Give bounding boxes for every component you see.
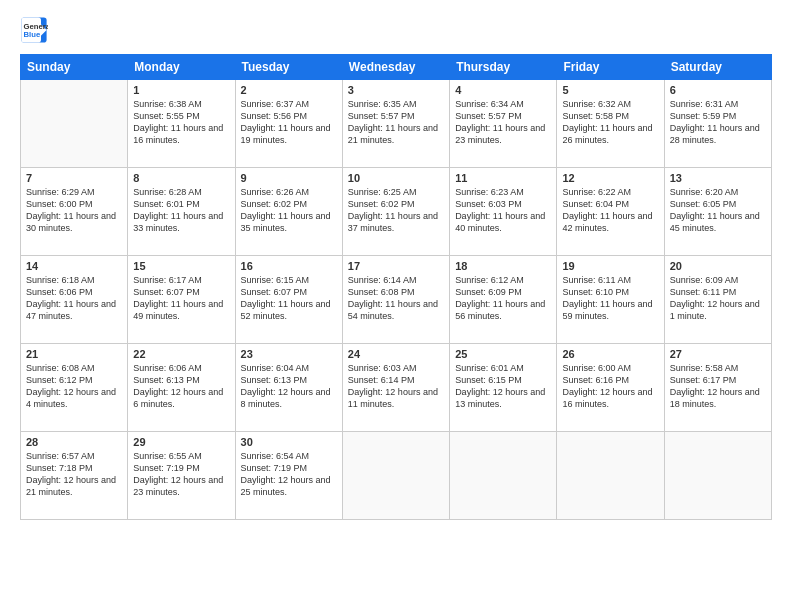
day-info: Sunrise: 6:12 AMSunset: 6:09 PMDaylight:…	[455, 274, 551, 323]
week-row-0: 1Sunrise: 6:38 AMSunset: 5:55 PMDaylight…	[21, 80, 772, 168]
day-info: Sunrise: 6:14 AMSunset: 6:08 PMDaylight:…	[348, 274, 444, 323]
day-info: Sunrise: 6:03 AMSunset: 6:14 PMDaylight:…	[348, 362, 444, 411]
calendar-cell: 1Sunrise: 6:38 AMSunset: 5:55 PMDaylight…	[128, 80, 235, 168]
calendar-cell: 17Sunrise: 6:14 AMSunset: 6:08 PMDayligh…	[342, 256, 449, 344]
calendar-cell: 30Sunrise: 6:54 AMSunset: 7:19 PMDayligh…	[235, 432, 342, 520]
calendar-cell: 11Sunrise: 6:23 AMSunset: 6:03 PMDayligh…	[450, 168, 557, 256]
day-info: Sunrise: 6:26 AMSunset: 6:02 PMDaylight:…	[241, 186, 337, 235]
day-info: Sunrise: 6:28 AMSunset: 6:01 PMDaylight:…	[133, 186, 229, 235]
calendar-cell: 7Sunrise: 6:29 AMSunset: 6:00 PMDaylight…	[21, 168, 128, 256]
day-number: 23	[241, 348, 337, 360]
day-info: Sunrise: 6:20 AMSunset: 6:05 PMDaylight:…	[670, 186, 766, 235]
day-number: 25	[455, 348, 551, 360]
day-number: 28	[26, 436, 122, 448]
day-info: Sunrise: 6:06 AMSunset: 6:13 PMDaylight:…	[133, 362, 229, 411]
calendar-cell: 2Sunrise: 6:37 AMSunset: 5:56 PMDaylight…	[235, 80, 342, 168]
weekday-header-thursday: Thursday	[450, 55, 557, 80]
calendar-cell: 28Sunrise: 6:57 AMSunset: 7:18 PMDayligh…	[21, 432, 128, 520]
calendar-cell	[664, 432, 771, 520]
day-number: 13	[670, 172, 766, 184]
calendar-cell: 20Sunrise: 6:09 AMSunset: 6:11 PMDayligh…	[664, 256, 771, 344]
weekday-header-monday: Monday	[128, 55, 235, 80]
day-info: Sunrise: 6:22 AMSunset: 6:04 PMDaylight:…	[562, 186, 658, 235]
calendar-cell: 24Sunrise: 6:03 AMSunset: 6:14 PMDayligh…	[342, 344, 449, 432]
day-number: 24	[348, 348, 444, 360]
day-number: 17	[348, 260, 444, 272]
day-info: Sunrise: 6:23 AMSunset: 6:03 PMDaylight:…	[455, 186, 551, 235]
calendar-cell: 19Sunrise: 6:11 AMSunset: 6:10 PMDayligh…	[557, 256, 664, 344]
day-number: 4	[455, 84, 551, 96]
day-number: 29	[133, 436, 229, 448]
day-info: Sunrise: 6:08 AMSunset: 6:12 PMDaylight:…	[26, 362, 122, 411]
calendar-cell: 8Sunrise: 6:28 AMSunset: 6:01 PMDaylight…	[128, 168, 235, 256]
day-info: Sunrise: 6:11 AMSunset: 6:10 PMDaylight:…	[562, 274, 658, 323]
calendar-cell: 29Sunrise: 6:55 AMSunset: 7:19 PMDayligh…	[128, 432, 235, 520]
day-info: Sunrise: 6:04 AMSunset: 6:13 PMDaylight:…	[241, 362, 337, 411]
day-info: Sunrise: 6:54 AMSunset: 7:19 PMDaylight:…	[241, 450, 337, 499]
svg-text:General: General	[24, 22, 49, 31]
page: General Blue SundayMondayTuesdayWednesda…	[0, 0, 792, 530]
day-info: Sunrise: 6:35 AMSunset: 5:57 PMDaylight:…	[348, 98, 444, 147]
day-info: Sunrise: 6:55 AMSunset: 7:19 PMDaylight:…	[133, 450, 229, 499]
day-info: Sunrise: 6:01 AMSunset: 6:15 PMDaylight:…	[455, 362, 551, 411]
weekday-header-saturday: Saturday	[664, 55, 771, 80]
day-number: 2	[241, 84, 337, 96]
logo: General Blue	[20, 16, 48, 44]
header: General Blue	[20, 16, 772, 44]
weekday-header-sunday: Sunday	[21, 55, 128, 80]
day-info: Sunrise: 6:57 AMSunset: 7:18 PMDaylight:…	[26, 450, 122, 499]
week-row-4: 28Sunrise: 6:57 AMSunset: 7:18 PMDayligh…	[21, 432, 772, 520]
day-number: 30	[241, 436, 337, 448]
day-info: Sunrise: 6:25 AMSunset: 6:02 PMDaylight:…	[348, 186, 444, 235]
day-info: Sunrise: 6:32 AMSunset: 5:58 PMDaylight:…	[562, 98, 658, 147]
calendar-cell: 9Sunrise: 6:26 AMSunset: 6:02 PMDaylight…	[235, 168, 342, 256]
calendar-cell	[21, 80, 128, 168]
day-info: Sunrise: 5:58 AMSunset: 6:17 PMDaylight:…	[670, 362, 766, 411]
day-number: 8	[133, 172, 229, 184]
day-number: 7	[26, 172, 122, 184]
day-info: Sunrise: 6:34 AMSunset: 5:57 PMDaylight:…	[455, 98, 551, 147]
day-info: Sunrise: 6:29 AMSunset: 6:00 PMDaylight:…	[26, 186, 122, 235]
day-number: 12	[562, 172, 658, 184]
calendar-cell: 12Sunrise: 6:22 AMSunset: 6:04 PMDayligh…	[557, 168, 664, 256]
week-row-1: 7Sunrise: 6:29 AMSunset: 6:00 PMDaylight…	[21, 168, 772, 256]
day-number: 9	[241, 172, 337, 184]
week-row-3: 21Sunrise: 6:08 AMSunset: 6:12 PMDayligh…	[21, 344, 772, 432]
week-row-2: 14Sunrise: 6:18 AMSunset: 6:06 PMDayligh…	[21, 256, 772, 344]
calendar-cell: 25Sunrise: 6:01 AMSunset: 6:15 PMDayligh…	[450, 344, 557, 432]
calendar-cell: 22Sunrise: 6:06 AMSunset: 6:13 PMDayligh…	[128, 344, 235, 432]
day-info: Sunrise: 6:00 AMSunset: 6:16 PMDaylight:…	[562, 362, 658, 411]
calendar-cell	[342, 432, 449, 520]
calendar-cell: 26Sunrise: 6:00 AMSunset: 6:16 PMDayligh…	[557, 344, 664, 432]
svg-text:Blue: Blue	[24, 30, 41, 39]
day-info: Sunrise: 6:31 AMSunset: 5:59 PMDaylight:…	[670, 98, 766, 147]
calendar-cell: 18Sunrise: 6:12 AMSunset: 6:09 PMDayligh…	[450, 256, 557, 344]
day-number: 22	[133, 348, 229, 360]
day-number: 20	[670, 260, 766, 272]
day-number: 15	[133, 260, 229, 272]
calendar-cell	[450, 432, 557, 520]
calendar-cell: 21Sunrise: 6:08 AMSunset: 6:12 PMDayligh…	[21, 344, 128, 432]
weekday-header-row: SundayMondayTuesdayWednesdayThursdayFrid…	[21, 55, 772, 80]
calendar-cell: 27Sunrise: 5:58 AMSunset: 6:17 PMDayligh…	[664, 344, 771, 432]
calendar-cell: 13Sunrise: 6:20 AMSunset: 6:05 PMDayligh…	[664, 168, 771, 256]
day-number: 6	[670, 84, 766, 96]
day-number: 5	[562, 84, 658, 96]
day-number: 26	[562, 348, 658, 360]
calendar-cell: 14Sunrise: 6:18 AMSunset: 6:06 PMDayligh…	[21, 256, 128, 344]
day-info: Sunrise: 6:37 AMSunset: 5:56 PMDaylight:…	[241, 98, 337, 147]
weekday-header-friday: Friday	[557, 55, 664, 80]
calendar-cell: 4Sunrise: 6:34 AMSunset: 5:57 PMDaylight…	[450, 80, 557, 168]
calendar-cell: 6Sunrise: 6:31 AMSunset: 5:59 PMDaylight…	[664, 80, 771, 168]
calendar: SundayMondayTuesdayWednesdayThursdayFrid…	[20, 54, 772, 520]
day-number: 19	[562, 260, 658, 272]
day-info: Sunrise: 6:17 AMSunset: 6:07 PMDaylight:…	[133, 274, 229, 323]
calendar-cell: 3Sunrise: 6:35 AMSunset: 5:57 PMDaylight…	[342, 80, 449, 168]
calendar-cell: 5Sunrise: 6:32 AMSunset: 5:58 PMDaylight…	[557, 80, 664, 168]
day-info: Sunrise: 6:18 AMSunset: 6:06 PMDaylight:…	[26, 274, 122, 323]
calendar-cell: 23Sunrise: 6:04 AMSunset: 6:13 PMDayligh…	[235, 344, 342, 432]
day-info: Sunrise: 6:09 AMSunset: 6:11 PMDaylight:…	[670, 274, 766, 323]
day-number: 18	[455, 260, 551, 272]
day-number: 11	[455, 172, 551, 184]
day-number: 1	[133, 84, 229, 96]
